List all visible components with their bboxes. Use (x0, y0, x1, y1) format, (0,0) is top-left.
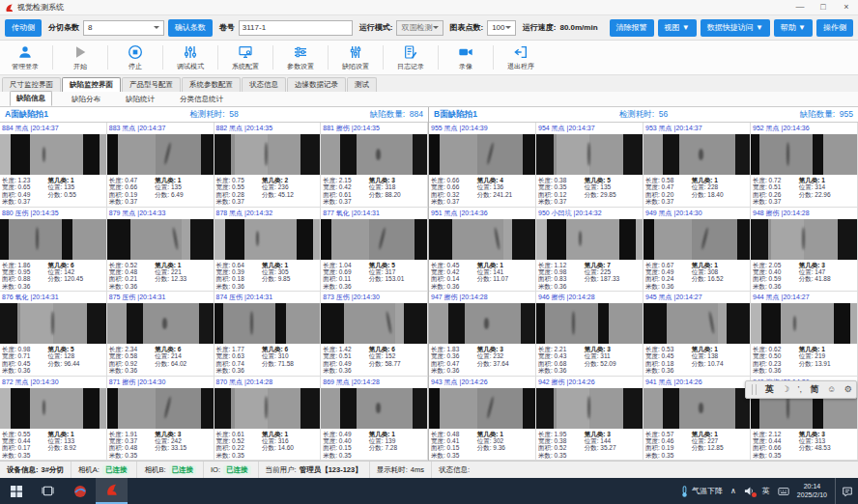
defect-card-948[interactable]: 948 擦伤 |20:14:28长度: 2.05宽度: 0.40面积: 0.59… (751, 208, 858, 293)
ime-charset-toggle[interactable]: 简 (811, 382, 819, 397)
defect-image[interactable] (536, 303, 643, 344)
action-defectset-button[interactable]: 缺陷设置 (332, 44, 379, 71)
help-menu-button[interactable]: 帮助 ▼ (774, 19, 813, 37)
view-menu-button[interactable]: 视图 ▼ (658, 19, 697, 37)
defect-card-942[interactable]: 942 擦伤 |20:14:26长度: 1.95宽度: 0.38面积: 0.52… (536, 377, 644, 462)
ime-language-indicator[interactable]: 英 (762, 486, 770, 496)
defect-image[interactable] (751, 219, 857, 260)
volume-icon[interactable] (744, 486, 755, 496)
defect-image[interactable] (0, 134, 106, 175)
action-stop-button[interactable]: 停止 (112, 44, 158, 71)
defect-image[interactable] (644, 134, 750, 175)
defect-image[interactable] (214, 388, 321, 429)
defect-card-869[interactable]: 869 黑点 |20:14:28长度: 0.49宽度: 0.40面积: 0.15… (321, 377, 428, 462)
slit-count-select[interactable]: 8 (83, 20, 164, 36)
tab-main-4[interactable]: 状态信息 (242, 77, 286, 92)
defect-image[interactable] (321, 219, 427, 260)
defect-image[interactable] (107, 303, 214, 344)
defect-image[interactable] (107, 388, 214, 429)
defect-card-944[interactable]: 944 黑点 |20:14:27长度: 0.62宽度: 0.50面积: 0.23… (751, 292, 858, 377)
defect-card-883[interactable]: 883 黑点 |20:14:37长度: 0.47宽度: 0.66面积: 0.19… (107, 123, 214, 208)
defect-card-878[interactable]: 878 黑点 |20:14:32长度: 0.64宽度: 0.39面积: 0.18… (214, 208, 322, 293)
weather-widget[interactable]: 气温下降 (680, 486, 723, 497)
defect-image[interactable] (751, 134, 857, 175)
defect-card-953[interactable]: 953 黑点 |20:14:37长度: 0.58宽度: 0.47面积: 0.20… (644, 123, 751, 208)
tray-expand-button[interactable]: ∧ (730, 487, 736, 495)
ime-punct-icon[interactable]: ’, (798, 382, 803, 397)
ime-emoji-icon[interactable]: ☺ (827, 382, 836, 397)
defect-card-875[interactable]: 875 压伤 |20:14:31长度: 2.34宽度: 0.58面积: 0.92… (107, 292, 214, 377)
maximize-button[interactable]: □ (812, 0, 835, 14)
defect-image[interactable] (429, 388, 535, 429)
defect-card-882[interactable]: 882 黑点 |20:14:35长度: 0.75宽度: 0.55面积: 0.28… (214, 123, 322, 208)
defect-card-945[interactable]: 945 黑点 |20:14:27长度: 0.53宽度: 0.45面积: 0.18… (644, 292, 751, 377)
defect-image[interactable] (214, 219, 321, 260)
ime-fullhalf-icon[interactable]: ☽ (782, 382, 789, 397)
defect-image[interactable] (0, 303, 106, 344)
clear-alarm-button[interactable]: 清除报警 (610, 19, 654, 37)
taskbar-clock[interactable]: 20:14 2025/2/10 (797, 483, 827, 499)
run-mode-select[interactable]: 双面检测 (396, 20, 443, 36)
roll-number-input[interactable] (239, 20, 353, 36)
defect-card-873[interactable]: 873 压伤 |20:14:30长度: 1.42宽度: 0.51面积: 0.49… (321, 292, 428, 377)
defect-image[interactable] (321, 303, 427, 344)
defect-image[interactable] (214, 134, 321, 175)
taskbar-app-icon[interactable] (64, 478, 96, 504)
defect-image[interactable] (429, 134, 535, 175)
tab-sub-1[interactable]: 缺陷分布 (66, 93, 106, 106)
action-debug-button[interactable]: 调试模式 (167, 44, 214, 71)
defect-card-877[interactable]: 877 氧化 |20:14:31长度: 1.04宽度: 0.69面积: 0.11… (321, 208, 428, 293)
drive-side-button[interactable]: 传动侧 (5, 19, 42, 37)
tab-main-3[interactable]: 系统参数配置 (182, 77, 241, 92)
action-exit-button[interactable]: 退出程序 (498, 44, 544, 71)
defect-image[interactable] (644, 388, 750, 429)
tab-main-1[interactable]: 缺陷监控界面 (62, 77, 121, 92)
defect-card-871[interactable]: 871 擦伤 |20:14:30长度: 1.91宽度: 0.37面积: 0.48… (107, 377, 214, 462)
defect-card-951[interactable]: 951 黑点 |20:14:36长度: 0.45宽度: 0.42面积: 0.14… (429, 208, 536, 293)
tab-main-5[interactable]: 边缘数据记录 (287, 77, 346, 92)
defect-card-952[interactable]: 952 黑点 |20:14:36长度: 0.72宽度: 0.51面积: 0.26… (751, 123, 858, 208)
confirm-count-button[interactable]: 确认条数 (168, 19, 213, 37)
defect-card-884[interactable]: 884 黑点 |20:14:37长度: 1.23宽度: 0.65面积: 0.49… (0, 123, 107, 208)
defect-card-870[interactable]: 870 黑点 |20:14:28长度: 0.61宽度: 0.52面积: 0.22… (214, 377, 322, 462)
defect-card-949[interactable]: 949 黑点 |20:14:30长度: 0.67宽度: 0.49面积: 0.24… (644, 208, 751, 293)
defect-image[interactable] (429, 303, 535, 344)
defect-card-881[interactable]: 881 擦伤 |20:14:35长度: 2.15宽度: 0.42面积: 0.61… (321, 123, 428, 208)
defect-card-954[interactable]: 954 黑点 |20:14:37长度: 0.38宽度: 0.35面积: 0.12… (536, 123, 644, 208)
minimize-button[interactable]: — (788, 0, 812, 14)
chart-points-select[interactable]: 100 (487, 20, 516, 36)
tab-main-6[interactable]: 测试 (347, 77, 377, 92)
defect-card-941[interactable]: 941 黑点 |20:14:26长度: 0.57宽度: 0.46面积: 0.19… (644, 377, 751, 462)
defect-image[interactable] (429, 219, 535, 260)
operator-side-button[interactable]: 操作侧 (816, 19, 853, 37)
start-button[interactable] (0, 478, 32, 504)
defect-image[interactable] (536, 219, 643, 260)
data-access-menu-button[interactable]: 数据快捷访问 ▼ (701, 19, 770, 37)
defect-card-879[interactable]: 879 黑点 |20:14:33长度: 0.52宽度: 0.48面积: 0.21… (107, 208, 214, 293)
action-monitor-button[interactable]: 系统配置 (222, 44, 269, 71)
defect-image[interactable] (536, 388, 643, 429)
defect-card-874[interactable]: 874 压伤 |20:14:31长度: 1.77宽度: 0.63面积: 0.74… (214, 292, 322, 377)
defect-image[interactable] (644, 303, 750, 344)
action-camera-button[interactable]: 录像 (443, 44, 489, 71)
action-log-button[interactable]: 日志记录 (387, 44, 434, 71)
defect-card-946[interactable]: 946 擦伤 |20:14:28长度: 2.21宽度: 0.43面积: 0.68… (536, 292, 644, 377)
defect-image[interactable] (536, 134, 643, 175)
defect-image[interactable] (0, 219, 106, 260)
defect-image[interactable] (321, 134, 427, 175)
defect-image[interactable] (644, 219, 750, 260)
defect-card-947[interactable]: 947 擦伤 |20:14:28长度: 1.83宽度: 0.36面积: 0.47… (429, 292, 536, 377)
ime-drag-handle[interactable] (752, 384, 757, 395)
action-params-button[interactable]: 参数设置 (277, 44, 324, 71)
defect-image[interactable] (321, 388, 427, 429)
defect-image[interactable] (0, 388, 106, 429)
defect-card-880[interactable]: 880 压伤 |20:14:35长度: 1.86宽度: 0.95面积: 0.88… (0, 208, 107, 293)
defect-card-955[interactable]: 955 黑点 |20:14:39长度: 0.66宽度: 0.66面积: 0.32… (429, 123, 536, 208)
defect-image[interactable] (214, 303, 321, 344)
tab-main-0[interactable]: 尺寸监控界面 (2, 77, 61, 92)
defect-image[interactable] (107, 134, 214, 175)
tab-main-2[interactable]: 产品型号配置 (122, 77, 181, 92)
defect-card-943[interactable]: 943 黑点 |20:14:26长度: 0.48宽度: 0.41面积: 0.15… (429, 377, 536, 462)
tab-sub-2[interactable]: 缺陷统计 (120, 93, 160, 106)
ime-lang-toggle[interactable]: 英 (765, 382, 774, 397)
